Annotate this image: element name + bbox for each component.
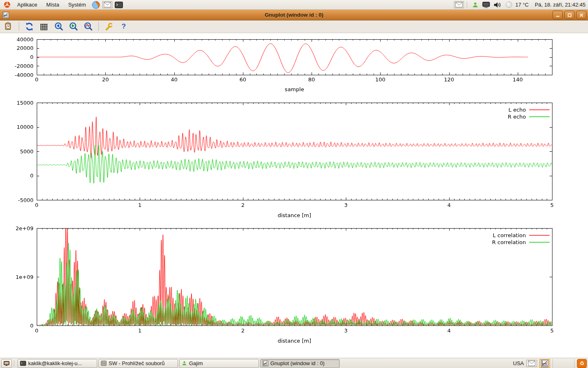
gnuplot-window: Gnuplot (window id : 0)	[0, 10, 588, 358]
terminal-launcher[interactable]	[115, 2, 123, 8]
minimize-button[interactable]	[552, 11, 563, 19]
firefox-icon[interactable]	[92, 1, 100, 9]
gnuplot-toolbar: ?	[0, 20, 588, 33]
menu-mista[interactable]: Místa	[42, 1, 63, 9]
weather-icon[interactable]	[506, 1, 512, 8]
panel-separator	[467, 2, 468, 8]
user-switcher-icon[interactable]	[472, 2, 479, 8]
menu-system[interactable]: Systém	[65, 1, 89, 9]
envelope-icon	[455, 2, 463, 7]
grid-icon[interactable]	[39, 21, 49, 32]
envelope-icon	[104, 2, 111, 7]
window-titlebar[interactable]: Gnuplot (window id : 0)	[0, 10, 588, 20]
toolbar-separator	[19, 22, 19, 31]
window-title: Gnuplot (window id : 0)	[0, 12, 588, 18]
help-icon[interactable]: ?	[118, 21, 129, 32]
task-label: Gajim	[189, 360, 203, 366]
maximize-button[interactable]	[564, 11, 575, 19]
taskbar-separator	[14, 361, 16, 366]
plot-region	[0, 33, 588, 358]
notification-area	[552, 359, 575, 368]
show-desktop-button[interactable]	[1, 359, 12, 368]
menu-aplikace[interactable]: Aplikace	[13, 1, 41, 9]
zoom-next-icon[interactable]	[68, 21, 79, 32]
copy-to-clipboard-icon[interactable]	[3, 21, 14, 32]
tray-mail-button[interactable]	[526, 360, 537, 367]
taskbar: kaklik@kaklik-kolej-u... SW - Prohlížeč …	[0, 358, 588, 368]
close-button[interactable]	[576, 11, 586, 19]
clock[interactable]: Pá, 18. září, 21:42:45	[535, 2, 586, 8]
envelope-icon	[528, 361, 535, 366]
gnuplot-icon	[541, 360, 548, 367]
task-label: SW - Prohlížeč souborů	[109, 360, 165, 366]
tray-gnuplot-button[interactable]	[539, 359, 550, 368]
task-file-manager[interactable]: SW - Prohlížeč souborů	[98, 359, 178, 368]
top-panel: Aplikace Místa Systém	[0, 0, 588, 10]
keyboard-layout-indicator[interactable]: USA	[513, 360, 524, 366]
task-gajim[interactable]: Gajim	[179, 359, 259, 368]
replot-icon[interactable]	[24, 21, 35, 32]
gajim-icon	[182, 361, 187, 366]
mail-launcher[interactable]	[102, 1, 112, 8]
plot-canvas[interactable]	[0, 33, 588, 358]
volume-icon[interactable]	[494, 2, 502, 8]
task-gnuplot[interactable]: Gnuplot (window id : 0)	[260, 359, 340, 368]
task-terminal[interactable]: kaklik@kaklik-kolej-u...	[18, 359, 97, 368]
zoom-previous-icon[interactable]	[53, 21, 64, 32]
gnuplot-icon	[263, 361, 268, 366]
ubuntu-logo-icon[interactable]	[3, 1, 11, 9]
terminal-icon	[20, 361, 26, 366]
file-manager-icon	[101, 361, 107, 366]
task-label: Gnuplot (window id : 0)	[270, 360, 325, 366]
trash-applet[interactable]: ♻	[577, 359, 587, 368]
settings-wrench-icon[interactable]	[104, 21, 114, 32]
zoom-reset-icon[interactable]	[83, 21, 94, 32]
temperature-indicator[interactable]: 17 °C	[515, 2, 529, 8]
toolbar-separator	[98, 22, 99, 31]
mail-notification[interactable]	[454, 1, 464, 8]
display-icon[interactable]	[482, 2, 490, 8]
task-label: kaklik@kaklik-kolej-u...	[28, 360, 82, 366]
